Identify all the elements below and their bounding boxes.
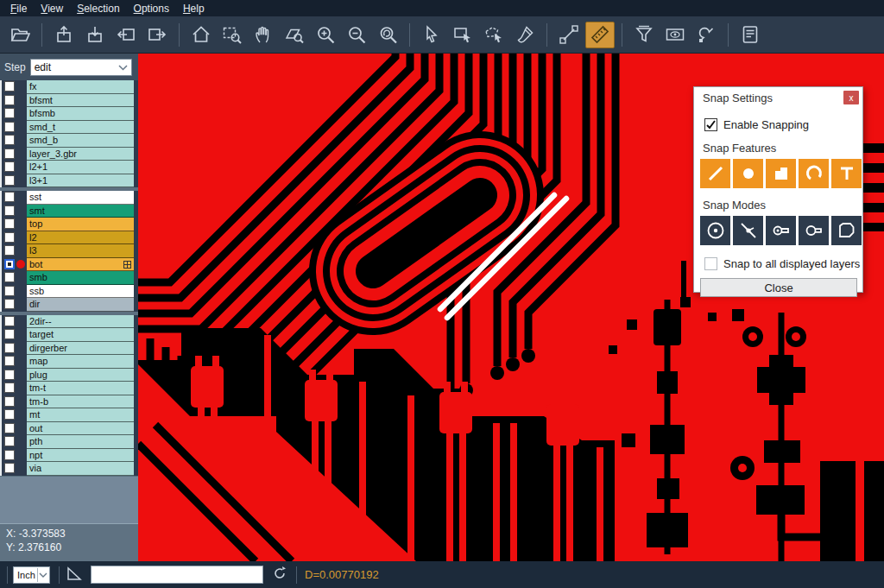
layer-name-bar[interactable]: bfsmb [27,107,134,121]
zoom-polygon-button[interactable] [280,22,309,48]
layer-row-2dir--[interactable]: 2dir-- [0,315,138,329]
select-polygon-button[interactable] [479,22,508,48]
snap-mode-center-button[interactable] [700,216,730,245]
layer-visibility-checkbox[interactable] [4,286,15,296]
dialog-close-action-button[interactable]: Close [700,278,857,297]
step-select[interactable]: edit [30,59,132,76]
box-arrow-left-button[interactable] [111,22,141,48]
snap-feature-pad-round-button[interactable] [733,159,763,188]
layer-row-l3+1[interactable]: l3+1 [0,174,138,188]
box-arrow-right-button[interactable] [142,22,172,48]
expression-input[interactable] [91,566,263,584]
layer-name-bar[interactable]: plug [27,369,134,383]
zoom-out-button[interactable] [342,22,371,48]
layer-name-bar[interactable]: npt [27,449,134,463]
layer-visibility-checkbox[interactable] [4,135,15,145]
layer-name-bar[interactable]: map [27,355,134,369]
dialog-close-button[interactable]: x [843,91,859,104]
snap-all-layers-checkbox[interactable] [704,257,717,270]
menu-selection[interactable]: Selection [70,2,126,16]
layer-name-bar[interactable]: smt [27,205,134,218]
select-cursor-button[interactable] [417,22,446,48]
layer-name-bar[interactable]: smd_b [27,134,134,148]
layer-name-bar[interactable]: bfsmt [27,94,134,108]
layer-name-bar[interactable]: mt [27,408,134,422]
layer-visibility-checkbox[interactable] [4,205,15,216]
menu-view[interactable]: View [34,2,70,16]
layer-visibility-checkbox[interactable] [4,161,15,172]
folder-open-button[interactable] [5,22,35,48]
layer-visibility-checkbox[interactable] [4,383,15,393]
layer-visibility-checkbox[interactable] [4,463,15,473]
layer-row-ssb[interactable]: ssb [0,285,138,299]
zoom-window-button[interactable] [218,22,247,48]
layer-row-npt[interactable]: npt [0,449,138,463]
layer-name-bar[interactable]: dir [27,298,134,312]
layer-visibility-checkbox[interactable] [4,356,15,366]
view-eye-button[interactable] [660,22,690,48]
layer-name-bar[interactable]: bot [27,258,134,272]
layer-name-bar[interactable]: ssb [27,285,134,299]
layer-row-via[interactable]: via [0,462,138,476]
layer-name-bar[interactable]: l3+1 [27,174,134,188]
layer-row-top[interactable]: top [0,218,138,231]
snap-feature-text-button[interactable] [831,159,862,188]
menu-file[interactable]: File [3,2,34,16]
layer-visibility-checkbox[interactable] [4,192,15,202]
layer-visibility-checkbox[interactable] [4,396,15,407]
layer-row-tm-b[interactable]: tm-b [0,395,138,409]
layer-row-map[interactable]: map [0,355,138,369]
box-arrow-up-button[interactable] [49,22,79,48]
layer-visibility-checkbox[interactable] [4,450,15,460]
layer-name-bar[interactable]: via [27,462,134,476]
layer-visibility-checkbox[interactable] [4,175,15,186]
layer-visibility-checkbox[interactable] [4,370,15,380]
corner-tool-icon[interactable] [66,566,84,585]
layer-visibility-checkbox[interactable] [4,299,15,309]
layer-row-smd_t[interactable]: smd_t [0,121,138,135]
layer-row-bfsmt[interactable]: bfsmt [0,94,138,108]
layer-name-bar[interactable]: layer_3.gbr [27,148,134,161]
layer-name-bar[interactable]: tm-b [27,395,134,409]
layer-row-layer_3.gbr[interactable]: layer_3.gbr [0,148,138,161]
layer-visibility-checkbox[interactable] [4,218,15,229]
layer-row-dir[interactable]: dir [0,298,138,312]
layer-row-out[interactable]: out [0,422,138,436]
box-arrow-down-button[interactable] [80,22,110,48]
enable-snapping-checkbox[interactable] [704,118,717,131]
layer-visibility-checkbox[interactable] [4,436,15,446]
home-button[interactable] [186,22,216,48]
layer-visibility-checkbox[interactable] [4,272,15,282]
layer-row-mt[interactable]: mt [0,408,138,422]
layer-visibility-checkbox[interactable] [4,329,15,339]
layer-name-bar[interactable]: dirgerber [27,342,134,356]
layer-visibility-checkbox[interactable] [4,423,15,433]
layer-visibility-checkbox[interactable] [4,232,15,243]
menu-options[interactable]: Options [127,2,176,16]
zoom-in-button[interactable] [311,22,340,48]
layer-row-plug[interactable]: plug [0,369,138,383]
report-doc-button[interactable] [736,22,765,48]
measure-line-button[interactable] [554,22,584,48]
layer-name-bar[interactable]: out [27,422,134,436]
layer-name-bar[interactable]: l2 [27,231,134,245]
layer-row-bfsmb[interactable]: bfsmb [0,107,138,121]
layer-name-bar[interactable]: l3 [27,244,134,258]
snap-mode-keyhole-button[interactable] [766,216,796,245]
snap-mode-on-line-button[interactable] [733,216,763,245]
layer-name-bar[interactable]: fx [27,80,134,94]
layer-row-pth[interactable]: pth [0,435,138,449]
layer-visibility-checkbox[interactable] [4,95,15,105]
select-rect-button[interactable] [448,22,477,48]
layer-name-bar[interactable]: pth [27,435,134,449]
snap-magnet-button[interactable] [691,22,721,48]
snap-feature-pad-corner-button[interactable] [766,159,796,188]
layer-row-dirgerber[interactable]: dirgerber [0,342,138,356]
snap-mode-keyhole-open-button[interactable] [799,216,829,245]
layer-row-smb[interactable]: smb [0,271,138,285]
ruler-button[interactable] [585,22,615,48]
layer-visibility-checkbox[interactable] [4,343,15,353]
snap-mode-contour-button[interactable] [831,216,862,245]
layer-visibility-checkbox[interactable] [4,81,15,92]
layer-row-l2[interactable]: l2 [0,231,138,245]
